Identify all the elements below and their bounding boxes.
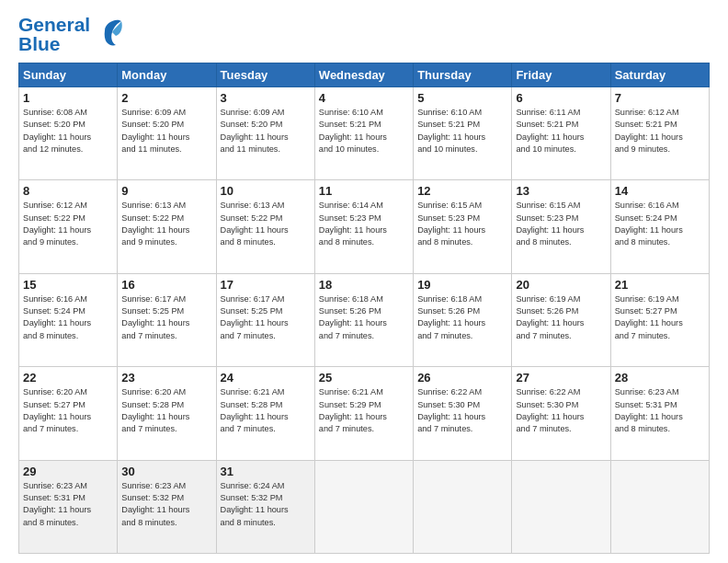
calendar-cell: 31Sunrise: 6:24 AM Sunset: 5:32 PM Dayli… [216, 460, 314, 553]
day-info: Sunrise: 6:15 AM Sunset: 5:23 PM Dayligh… [516, 200, 606, 248]
day-info: Sunrise: 6:19 AM Sunset: 5:26 PM Dayligh… [516, 293, 606, 342]
day-info: Sunrise: 6:15 AM Sunset: 5:23 PM Dayligh… [417, 200, 507, 248]
calendar-cell: 13Sunrise: 6:15 AM Sunset: 5:23 PM Dayli… [512, 180, 610, 273]
header-wednesday: Wednesday [314, 63, 413, 87]
calendar-cell: 14Sunrise: 6:16 AM Sunset: 5:24 PM Dayli… [610, 180, 709, 273]
calendar-cell: 5Sunrise: 6:10 AM Sunset: 5:21 PM Daylig… [414, 87, 512, 180]
day-number: 3 [221, 91, 311, 105]
day-number: 21 [615, 278, 705, 292]
logo-general: General [18, 15, 90, 34]
day-number: 19 [417, 278, 507, 292]
day-number: 22 [23, 371, 113, 385]
day-info: Sunrise: 6:22 AM Sunset: 5:30 PM Dayligh… [516, 386, 606, 435]
calendar-week-4: 22Sunrise: 6:20 AM Sunset: 5:27 PM Dayli… [19, 367, 710, 460]
calendar-week-2: 8Sunrise: 6:12 AM Sunset: 5:22 PM Daylig… [19, 180, 710, 273]
day-info: Sunrise: 6:20 AM Sunset: 5:28 PM Dayligh… [121, 386, 211, 435]
calendar-cell: 10Sunrise: 6:13 AM Sunset: 5:22 PM Dayli… [216, 180, 314, 273]
logo-bird-icon [96, 14, 123, 52]
day-number: 26 [417, 371, 507, 385]
day-number: 24 [221, 371, 311, 385]
calendar-cell: 11Sunrise: 6:14 AM Sunset: 5:23 PM Dayli… [314, 180, 413, 273]
day-number: 8 [23, 184, 113, 198]
day-number: 23 [121, 371, 211, 385]
calendar-cell: 25Sunrise: 6:21 AM Sunset: 5:29 PM Dayli… [314, 367, 413, 460]
day-number: 12 [417, 184, 507, 198]
day-number: 28 [615, 371, 705, 385]
calendar-week-5: 29Sunrise: 6:23 AM Sunset: 5:31 PM Dayli… [19, 460, 710, 553]
calendar-cell [314, 460, 413, 553]
calendar-cell: 21Sunrise: 6:19 AM Sunset: 5:27 PM Dayli… [610, 273, 709, 366]
day-info: Sunrise: 6:16 AM Sunset: 5:24 PM Dayligh… [615, 200, 705, 248]
day-number: 10 [221, 184, 311, 198]
calendar-cell: 9Sunrise: 6:13 AM Sunset: 5:22 PM Daylig… [118, 180, 216, 273]
page: General Blue SundayMondayTuesdayWednesda… [0, 0, 728, 563]
calendar-cell: 26Sunrise: 6:22 AM Sunset: 5:30 PM Dayli… [414, 367, 512, 460]
day-info: Sunrise: 6:21 AM Sunset: 5:28 PM Dayligh… [221, 386, 311, 435]
day-info: Sunrise: 6:14 AM Sunset: 5:23 PM Dayligh… [319, 200, 409, 248]
day-info: Sunrise: 6:10 AM Sunset: 5:21 PM Dayligh… [319, 107, 409, 155]
day-info: Sunrise: 6:23 AM Sunset: 5:31 PM Dayligh… [23, 480, 113, 529]
day-number: 25 [319, 371, 409, 385]
day-number: 20 [516, 278, 606, 292]
header-monday: Monday [118, 63, 216, 87]
header-saturday: Saturday [610, 63, 709, 87]
day-info: Sunrise: 6:19 AM Sunset: 5:27 PM Dayligh… [615, 293, 705, 342]
calendar: SundayMondayTuesdayWednesdayThursdayFrid… [18, 63, 710, 554]
header: General Blue [18, 15, 710, 53]
day-number: 9 [121, 184, 211, 198]
calendar-cell: 7Sunrise: 6:12 AM Sunset: 5:21 PM Daylig… [610, 87, 709, 180]
day-number: 17 [221, 278, 311, 292]
day-number: 6 [516, 91, 606, 105]
day-info: Sunrise: 6:22 AM Sunset: 5:30 PM Dayligh… [417, 386, 507, 435]
day-info: Sunrise: 6:18 AM Sunset: 5:26 PM Dayligh… [319, 293, 409, 342]
calendar-cell: 29Sunrise: 6:23 AM Sunset: 5:31 PM Dayli… [19, 460, 118, 553]
day-number: 15 [23, 278, 113, 292]
calendar-header-row: SundayMondayTuesdayWednesdayThursdayFrid… [19, 63, 710, 87]
calendar-cell [414, 460, 512, 553]
calendar-cell: 16Sunrise: 6:17 AM Sunset: 5:25 PM Dayli… [118, 273, 216, 366]
day-info: Sunrise: 6:21 AM Sunset: 5:29 PM Dayligh… [319, 386, 409, 435]
day-info: Sunrise: 6:13 AM Sunset: 5:22 PM Dayligh… [121, 200, 211, 248]
calendar-cell: 12Sunrise: 6:15 AM Sunset: 5:23 PM Dayli… [414, 180, 512, 273]
calendar-cell: 15Sunrise: 6:16 AM Sunset: 5:24 PM Dayli… [19, 273, 118, 366]
day-number: 16 [121, 278, 211, 292]
calendar-cell: 17Sunrise: 6:17 AM Sunset: 5:25 PM Dayli… [216, 273, 314, 366]
calendar-cell: 30Sunrise: 6:23 AM Sunset: 5:32 PM Dayli… [118, 460, 216, 553]
calendar-cell: 6Sunrise: 6:11 AM Sunset: 5:21 PM Daylig… [512, 87, 610, 180]
day-number: 7 [615, 91, 705, 105]
calendar-cell [512, 460, 610, 553]
calendar-week-3: 15Sunrise: 6:16 AM Sunset: 5:24 PM Dayli… [19, 273, 710, 366]
calendar-cell: 22Sunrise: 6:20 AM Sunset: 5:27 PM Dayli… [19, 367, 118, 460]
header-friday: Friday [512, 63, 610, 87]
day-info: Sunrise: 6:13 AM Sunset: 5:22 PM Dayligh… [221, 200, 311, 248]
header-thursday: Thursday [414, 63, 512, 87]
calendar-cell: 18Sunrise: 6:18 AM Sunset: 5:26 PM Dayli… [314, 273, 413, 366]
calendar-cell: 4Sunrise: 6:10 AM Sunset: 5:21 PM Daylig… [314, 87, 413, 180]
logo-blue: Blue [18, 34, 90, 53]
day-number: 4 [319, 91, 409, 105]
day-number: 31 [221, 465, 311, 478]
day-info: Sunrise: 6:09 AM Sunset: 5:20 PM Dayligh… [121, 107, 211, 155]
day-info: Sunrise: 6:10 AM Sunset: 5:21 PM Dayligh… [417, 107, 507, 155]
day-info: Sunrise: 6:11 AM Sunset: 5:21 PM Dayligh… [516, 107, 606, 155]
calendar-cell: 2Sunrise: 6:09 AM Sunset: 5:20 PM Daylig… [118, 87, 216, 180]
day-info: Sunrise: 6:23 AM Sunset: 5:31 PM Dayligh… [615, 386, 705, 435]
day-number: 13 [516, 184, 606, 198]
day-info: Sunrise: 6:09 AM Sunset: 5:20 PM Dayligh… [221, 107, 311, 155]
calendar-cell: 3Sunrise: 6:09 AM Sunset: 5:20 PM Daylig… [216, 87, 314, 180]
day-info: Sunrise: 6:23 AM Sunset: 5:32 PM Dayligh… [121, 480, 211, 529]
day-number: 18 [319, 278, 409, 292]
calendar-cell [610, 460, 709, 553]
calendar-cell: 24Sunrise: 6:21 AM Sunset: 5:28 PM Dayli… [216, 367, 314, 460]
calendar-cell: 19Sunrise: 6:18 AM Sunset: 5:26 PM Dayli… [414, 273, 512, 366]
day-number: 2 [121, 91, 211, 105]
day-info: Sunrise: 6:17 AM Sunset: 5:25 PM Dayligh… [121, 293, 211, 342]
day-info: Sunrise: 6:12 AM Sunset: 5:21 PM Dayligh… [615, 107, 705, 155]
day-number: 29 [23, 465, 113, 478]
logo: General Blue [18, 15, 123, 53]
day-info: Sunrise: 6:12 AM Sunset: 5:22 PM Dayligh… [23, 200, 113, 248]
day-info: Sunrise: 6:18 AM Sunset: 5:26 PM Dayligh… [417, 293, 507, 342]
calendar-cell: 23Sunrise: 6:20 AM Sunset: 5:28 PM Dayli… [118, 367, 216, 460]
day-number: 5 [417, 91, 507, 105]
calendar-cell: 28Sunrise: 6:23 AM Sunset: 5:31 PM Dayli… [610, 367, 709, 460]
